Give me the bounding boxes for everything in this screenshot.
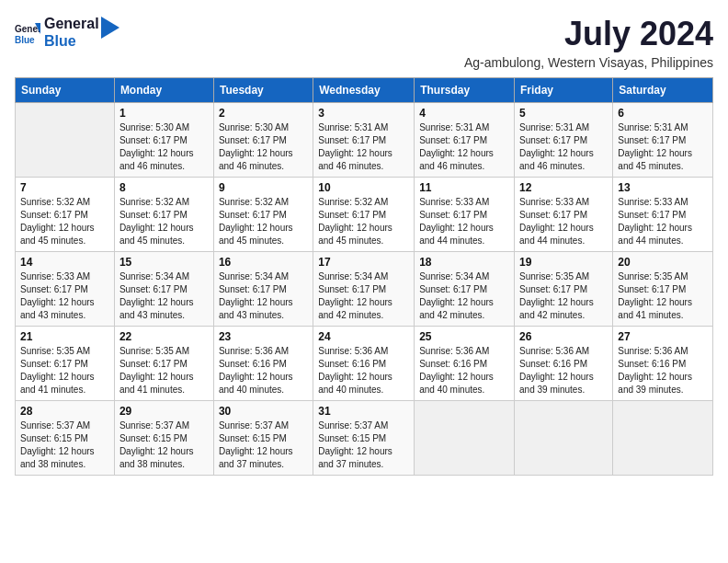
- svg-text:Blue: Blue: [15, 35, 35, 45]
- day-info: Sunrise: 5:37 AMSunset: 6:15 PMDaylight:…: [119, 419, 209, 471]
- day-number: 4: [419, 107, 509, 120]
- calendar-cell: 28Sunrise: 5:37 AMSunset: 6:15 PMDayligh…: [16, 401, 115, 476]
- day-number: 24: [318, 330, 409, 343]
- calendar-cell: [415, 401, 515, 476]
- day-info: Sunrise: 5:31 AMSunset: 6:17 PMDaylight:…: [318, 121, 409, 173]
- day-info: Sunrise: 5:33 AMSunset: 6:17 PMDaylight:…: [519, 196, 608, 247]
- calendar-cell: 8Sunrise: 5:32 AMSunset: 6:17 PMDaylight…: [114, 178, 213, 252]
- calendar-week-3: 14Sunrise: 5:33 AMSunset: 6:17 PMDayligh…: [16, 252, 713, 327]
- day-info: Sunrise: 5:35 AMSunset: 6:17 PMDaylight:…: [519, 270, 608, 322]
- day-number: 25: [419, 330, 509, 343]
- day-number: 10: [318, 181, 409, 194]
- day-number: 27: [618, 330, 708, 343]
- day-header-tuesday: Tuesday: [213, 78, 313, 103]
- day-header-sunday: Sunday: [16, 78, 115, 103]
- day-number: 7: [20, 181, 109, 194]
- logo-general: General: [44, 15, 99, 32]
- day-info: Sunrise: 5:32 AMSunset: 6:17 PMDaylight:…: [20, 196, 109, 247]
- day-info: Sunrise: 5:36 AMSunset: 6:16 PMDaylight:…: [419, 345, 509, 396]
- calendar-cell: 16Sunrise: 5:34 AMSunset: 6:17 PMDayligh…: [213, 252, 313, 327]
- calendar-cell: 29Sunrise: 5:37 AMSunset: 6:15 PMDayligh…: [114, 401, 213, 476]
- day-header-thursday: Thursday: [415, 78, 515, 103]
- calendar-cell: [515, 401, 613, 476]
- calendar-cell: 7Sunrise: 5:32 AMSunset: 6:17 PMDaylight…: [16, 178, 115, 252]
- day-number: 30: [219, 405, 308, 418]
- day-header-monday: Monday: [114, 78, 213, 103]
- calendar-cell: 14Sunrise: 5:33 AMSunset: 6:17 PMDayligh…: [16, 252, 115, 327]
- calendar-cell: [613, 401, 713, 476]
- day-number: 29: [119, 405, 209, 418]
- day-number: 19: [519, 256, 608, 269]
- calendar-cell: 24Sunrise: 5:36 AMSunset: 6:16 PMDayligh…: [313, 327, 415, 401]
- calendar-cell: 18Sunrise: 5:34 AMSunset: 6:17 PMDayligh…: [415, 252, 515, 327]
- logo-blue: Blue: [44, 32, 99, 50]
- title-block: July 2024 Ag-ambulong, Western Visayas, …: [464, 15, 713, 70]
- day-number: 28: [20, 405, 109, 418]
- day-number: 2: [219, 107, 308, 120]
- day-info: Sunrise: 5:36 AMSunset: 6:16 PMDaylight:…: [219, 345, 308, 396]
- day-number: 18: [419, 256, 509, 269]
- day-info: Sunrise: 5:33 AMSunset: 6:17 PMDaylight:…: [20, 270, 109, 322]
- day-number: 17: [318, 256, 409, 269]
- day-info: Sunrise: 5:34 AMSunset: 6:17 PMDaylight:…: [119, 270, 209, 322]
- day-info: Sunrise: 5:34 AMSunset: 6:17 PMDaylight:…: [219, 270, 308, 322]
- calendar-cell: 11Sunrise: 5:33 AMSunset: 6:17 PMDayligh…: [415, 178, 515, 252]
- day-header-saturday: Saturday: [613, 78, 713, 103]
- calendar-table: SundayMondayTuesdayWednesdayThursdayFrid…: [15, 77, 713, 476]
- calendar-cell: 4Sunrise: 5:31 AMSunset: 6:17 PMDaylight…: [415, 103, 515, 178]
- day-info: Sunrise: 5:30 AMSunset: 6:17 PMDaylight:…: [219, 121, 308, 173]
- day-info: Sunrise: 5:36 AMSunset: 6:16 PMDaylight:…: [519, 345, 608, 396]
- day-number: 14: [20, 256, 109, 269]
- day-info: Sunrise: 5:31 AMSunset: 6:17 PMDaylight:…: [419, 121, 509, 173]
- day-info: Sunrise: 5:37 AMSunset: 6:15 PMDaylight:…: [20, 419, 109, 471]
- day-number: 3: [318, 107, 409, 120]
- page-header: General Blue General Blue July 2024 Ag-a…: [15, 15, 713, 70]
- day-info: Sunrise: 5:35 AMSunset: 6:17 PMDaylight:…: [20, 345, 109, 396]
- calendar-cell: 1Sunrise: 5:30 AMSunset: 6:17 PMDaylight…: [114, 103, 213, 178]
- day-info: Sunrise: 5:31 AMSunset: 6:17 PMDaylight:…: [519, 121, 608, 173]
- month-title: July 2024: [464, 15, 713, 53]
- calendar-week-2: 7Sunrise: 5:32 AMSunset: 6:17 PMDaylight…: [16, 178, 713, 252]
- logo: General Blue General Blue: [15, 15, 119, 50]
- day-number: 11: [419, 181, 509, 194]
- day-header-wednesday: Wednesday: [313, 78, 415, 103]
- calendar-cell: 2Sunrise: 5:30 AMSunset: 6:17 PMDaylight…: [213, 103, 313, 178]
- day-info: Sunrise: 5:33 AMSunset: 6:17 PMDaylight:…: [419, 196, 509, 247]
- day-number: 12: [519, 181, 608, 194]
- day-number: 22: [119, 330, 209, 343]
- calendar-cell: 12Sunrise: 5:33 AMSunset: 6:17 PMDayligh…: [515, 178, 613, 252]
- day-number: 23: [219, 330, 308, 343]
- day-number: 15: [119, 256, 209, 269]
- calendar-cell: 25Sunrise: 5:36 AMSunset: 6:16 PMDayligh…: [415, 327, 515, 401]
- day-number: 5: [519, 107, 608, 120]
- calendar-week-1: 1Sunrise: 5:30 AMSunset: 6:17 PMDaylight…: [16, 103, 713, 178]
- calendar-cell: 13Sunrise: 5:33 AMSunset: 6:17 PMDayligh…: [613, 178, 713, 252]
- calendar-cell: 26Sunrise: 5:36 AMSunset: 6:16 PMDayligh…: [515, 327, 613, 401]
- calendar-cell: [16, 103, 115, 178]
- day-info: Sunrise: 5:35 AMSunset: 6:17 PMDaylight:…: [618, 270, 708, 322]
- calendar-cell: 17Sunrise: 5:34 AMSunset: 6:17 PMDayligh…: [313, 252, 415, 327]
- day-info: Sunrise: 5:31 AMSunset: 6:17 PMDaylight:…: [618, 121, 708, 173]
- calendar-cell: 15Sunrise: 5:34 AMSunset: 6:17 PMDayligh…: [114, 252, 213, 327]
- day-number: 6: [618, 107, 708, 120]
- calendar-cell: 22Sunrise: 5:35 AMSunset: 6:17 PMDayligh…: [114, 327, 213, 401]
- calendar-week-4: 21Sunrise: 5:35 AMSunset: 6:17 PMDayligh…: [16, 327, 713, 401]
- calendar-cell: 31Sunrise: 5:37 AMSunset: 6:15 PMDayligh…: [313, 401, 415, 476]
- day-info: Sunrise: 5:33 AMSunset: 6:17 PMDaylight:…: [618, 196, 708, 247]
- calendar-header-row: SundayMondayTuesdayWednesdayThursdayFrid…: [16, 78, 713, 103]
- calendar-cell: 10Sunrise: 5:32 AMSunset: 6:17 PMDayligh…: [313, 178, 415, 252]
- day-number: 31: [318, 405, 409, 418]
- calendar-cell: 30Sunrise: 5:37 AMSunset: 6:15 PMDayligh…: [213, 401, 313, 476]
- day-info: Sunrise: 5:35 AMSunset: 6:17 PMDaylight:…: [119, 345, 209, 396]
- day-number: 26: [519, 330, 608, 343]
- day-number: 13: [618, 181, 708, 194]
- day-info: Sunrise: 5:32 AMSunset: 6:17 PMDaylight:…: [219, 196, 308, 247]
- day-info: Sunrise: 5:36 AMSunset: 6:16 PMDaylight:…: [318, 345, 409, 396]
- calendar-cell: 3Sunrise: 5:31 AMSunset: 6:17 PMDaylight…: [313, 103, 415, 178]
- calendar-cell: 9Sunrise: 5:32 AMSunset: 6:17 PMDaylight…: [213, 178, 313, 252]
- calendar-week-5: 28Sunrise: 5:37 AMSunset: 6:15 PMDayligh…: [16, 401, 713, 476]
- day-info: Sunrise: 5:34 AMSunset: 6:17 PMDaylight:…: [318, 270, 409, 322]
- day-info: Sunrise: 5:30 AMSunset: 6:17 PMDaylight:…: [119, 121, 209, 173]
- calendar-cell: 27Sunrise: 5:36 AMSunset: 6:16 PMDayligh…: [613, 327, 713, 401]
- logo-icon: General Blue: [15, 19, 40, 45]
